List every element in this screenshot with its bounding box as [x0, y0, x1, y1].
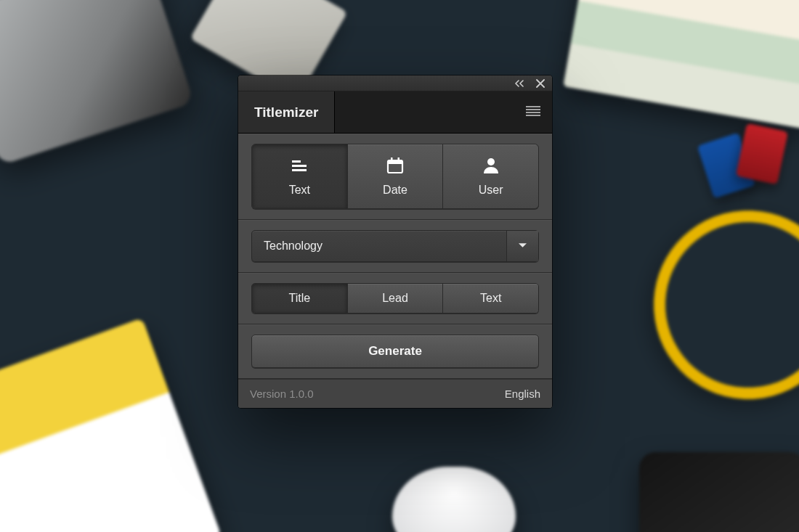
generate-label: Generate	[368, 344, 422, 359]
bg-prop	[563, 0, 799, 129]
section-generate: Generate	[238, 324, 552, 379]
svg-rect-6	[398, 157, 400, 162]
footer: Version 1.0.0 English	[238, 379, 552, 408]
segment-label: Title	[289, 292, 311, 305]
bg-prop	[736, 123, 788, 184]
language-selector[interactable]: English	[505, 388, 540, 400]
section-segment: Title Lead Text	[238, 273, 552, 324]
tab-date[interactable]: Date	[348, 144, 444, 208]
svg-point-7	[487, 158, 495, 165]
bg-prop	[639, 452, 799, 532]
segment-lead[interactable]: Lead	[348, 284, 444, 313]
tab-label: Text	[289, 184, 310, 197]
segment-label: Lead	[382, 292, 408, 305]
app-title: Titlemizer	[254, 105, 318, 120]
tab-label: Date	[383, 184, 407, 197]
text-lines-icon	[290, 156, 309, 178]
section-tabs: Text Date User	[238, 134, 552, 220]
bg-prop	[619, 176, 799, 433]
svg-rect-0	[292, 160, 301, 163]
header: Titlemizer	[238, 91, 552, 134]
close-icon	[536, 79, 545, 88]
tab-label: User	[479, 184, 503, 197]
bg-prop	[0, 0, 194, 165]
chevrons-left-icon	[513, 80, 526, 87]
mode-tabs: Text Date User	[251, 144, 539, 209]
bg-prop	[392, 467, 516, 532]
chevron-down-icon	[519, 240, 527, 253]
svg-rect-1	[292, 165, 307, 167]
tab-user[interactable]: User	[443, 144, 538, 208]
dropdown-caret	[506, 231, 538, 261]
segment-title[interactable]: Title	[252, 284, 348, 313]
svg-rect-5	[391, 157, 393, 162]
menu-lines-icon	[526, 106, 540, 119]
dropdown-selected: Technology	[252, 231, 506, 261]
section-dropdown: Technology	[238, 220, 552, 273]
segment-text[interactable]: Text	[443, 284, 538, 313]
panel-body: Text Date User Technology	[238, 134, 552, 408]
collapse-button[interactable]	[513, 80, 526, 87]
titlebar	[238, 75, 552, 91]
user-icon	[482, 156, 500, 178]
header-spacer	[335, 91, 514, 133]
svg-rect-2	[292, 169, 307, 171]
calendar-icon	[386, 156, 405, 178]
version-label: Version 1.0.0	[250, 388, 505, 400]
category-dropdown[interactable]: Technology	[251, 230, 539, 262]
tab-text[interactable]: Text	[252, 144, 348, 208]
menu-button[interactable]	[514, 91, 552, 133]
app-title-tab[interactable]: Titlemizer	[238, 91, 335, 133]
output-segment: Title Lead Text	[251, 283, 539, 314]
generate-button[interactable]: Generate	[251, 335, 539, 368]
bg-prop	[0, 318, 222, 532]
svg-rect-4	[388, 160, 402, 164]
close-button[interactable]	[536, 79, 545, 88]
segment-label: Text	[480, 292, 501, 305]
panel-window: Titlemizer Text Date	[238, 75, 552, 408]
